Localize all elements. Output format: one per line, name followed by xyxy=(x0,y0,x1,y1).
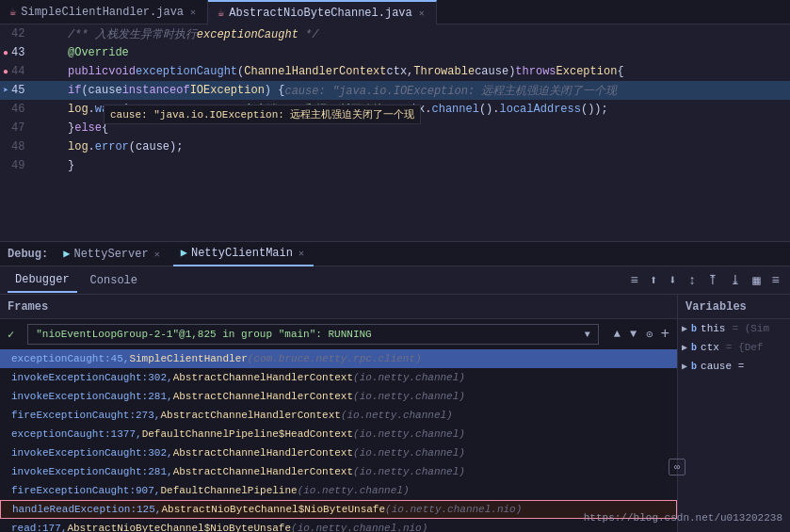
linenum-42: 42 xyxy=(11,24,32,43)
frame-item-4[interactable]: exceptionCaught:1377, DefaultChannelPipe… xyxy=(0,425,677,443)
console-tab-label: Console xyxy=(90,274,137,287)
variable-cause[interactable]: ▶ b cause = xyxy=(678,357,790,376)
debug-session-nettyserver[interactable]: ▶ NettyServer ✕ xyxy=(56,242,169,266)
toolbar-btn-step-out[interactable]: ⤓ xyxy=(727,270,744,290)
code-content: /** 入栈发生异常时执行exceptionCaught */ @Overrid… xyxy=(64,24,790,241)
infinity-btn[interactable]: ∞ xyxy=(669,459,678,476)
session-label-2: NettyClientMain xyxy=(191,247,293,260)
tab-console[interactable]: Console xyxy=(83,268,145,293)
variable-this[interactable]: ▶ b this = (Sim xyxy=(678,319,790,338)
tab-java-icon-1: ☕ xyxy=(9,5,16,19)
debug-session-bar: Debug: ▶ NettyServer ✕ ▶ NettyClientMain… xyxy=(0,242,790,266)
toolbar-btn-list[interactable]: ≡ xyxy=(769,271,782,290)
watermark: https://blog.csdn.net/u013202238 xyxy=(678,511,782,524)
tab-bar: ☕ SimpleClientHandler.java ✕ ☕ AbstractN… xyxy=(0,0,790,24)
thread-selector-row: ✓ "nioEventLoopGroup-2-1"@1,825 in group… xyxy=(0,319,677,349)
toolbar-btn-down[interactable]: ⬇ xyxy=(666,270,679,290)
thread-dropdown-arrow: ▼ xyxy=(585,330,590,340)
session-close-1[interactable]: ✕ xyxy=(153,249,162,260)
session-icon-2: ▶ xyxy=(181,246,187,260)
breakpoint-44[interactable]: ● xyxy=(3,67,8,77)
frame-class-3: AbstractChannelHandlerContext xyxy=(160,410,340,421)
tab-close-1[interactable]: ✕ xyxy=(188,7,198,18)
frame-method-6: invokeExceptionCaught:281, xyxy=(11,466,173,477)
frame-package-5: (io.netty.channel) xyxy=(353,447,465,459)
var-expand-this[interactable]: ▶ xyxy=(682,323,687,334)
var-expand-cause[interactable]: ▶ xyxy=(682,361,687,372)
frame-class-1: AbstractChannelHandlerContext xyxy=(173,372,353,383)
frame-class-4: DefaultChannelPipeline$HeadContext xyxy=(142,428,353,440)
debug-tooltip: cause: "java.io.IOException: 远程主机强迫关闭了一个… xyxy=(104,105,421,124)
frame-method-0: exceptionCaught:45, xyxy=(11,353,129,364)
debugger-tab-label: Debugger xyxy=(15,273,70,286)
linenum-44: 44 xyxy=(11,62,32,81)
frame-item-8[interactable]: handleReadException:125, AbstractNioByte… xyxy=(0,500,677,519)
frame-item-5[interactable]: invokeExceptionCaught:302, AbstractChann… xyxy=(0,443,677,462)
debug-panel: Debug: ▶ NettyServer ✕ ▶ NettyClientMain… xyxy=(0,241,790,532)
frame-method-1: invokeExceptionCaught:302, xyxy=(11,372,173,383)
tab-abstract-nio[interactable]: ☕ AbstractNioByteChannel.java ✕ xyxy=(208,0,437,24)
frame-method-7: fireExceptionCaught:907, xyxy=(11,485,160,496)
frame-method-8: handleReadException:125, xyxy=(12,504,161,515)
frame-method-9: read:177, xyxy=(11,523,67,532)
frame-package-6: (io.netty.channel) xyxy=(353,466,465,477)
toolbar-btn-step-in[interactable]: ⤒ xyxy=(704,270,721,290)
var-type-cause: b xyxy=(691,362,697,372)
var-name-ctx: ctx xyxy=(701,342,719,353)
toolbar-btn-reset[interactable]: ↕ xyxy=(685,271,699,290)
breakpoint-43[interactable]: ● xyxy=(3,48,8,58)
code-line-43: @Override xyxy=(64,43,790,62)
var-expand-ctx[interactable]: ▶ xyxy=(682,342,687,353)
toolbar-btn-menu[interactable]: ≡ xyxy=(627,271,640,290)
frame-class-9: AbstractNioByteChannel$NioByteUnsafe xyxy=(67,523,291,532)
frame-item-1[interactable]: invokeExceptionCaught:302, AbstractChann… xyxy=(0,368,677,387)
tab-debugger[interactable]: Debugger xyxy=(8,268,77,293)
code-line-42: /** 入栈发生异常时执行exceptionCaught */ xyxy=(64,24,790,43)
frame-item-0[interactable]: exceptionCaught:45, SimpleClientHandler … xyxy=(0,349,677,368)
frames-panel: Frames ✓ "nioEventLoopGroup-2-1"@1,825 i… xyxy=(0,295,678,532)
code-line-44: public void exceptionCaught ( ChannelHan… xyxy=(64,62,790,81)
indicator-42 xyxy=(0,24,11,43)
session-label-1: NettyServer xyxy=(73,248,148,261)
linenum-49: 49 xyxy=(11,156,32,175)
tab-close-2[interactable]: ✕ xyxy=(417,8,427,19)
thread-name: "nioEventLoopGroup-2-1"@1,825 in group "… xyxy=(36,329,581,340)
frame-package-9: (io.netty.channel.nio) xyxy=(291,523,427,532)
indicator-49 xyxy=(0,156,11,175)
variables-title: Variables xyxy=(685,300,747,314)
linenum-45: 45 xyxy=(11,81,32,100)
variable-ctx[interactable]: ▶ b ctx = {Def xyxy=(678,338,790,357)
frame-method-3: fireExceptionCaught:273, xyxy=(11,410,160,421)
thread-filter[interactable]: ⊙ xyxy=(644,326,654,344)
debug-session-nettyclientmain[interactable]: ▶ NettyClientMain ✕ xyxy=(173,242,314,266)
tab-label-2: AbstractNioByteChannel.java xyxy=(229,7,411,20)
session-close-2[interactable]: ✕ xyxy=(297,248,306,259)
frame-item-3[interactable]: fireExceptionCaught:273, AbstractChannel… xyxy=(0,406,677,425)
thread-dropdown[interactable]: "nioEventLoopGroup-2-1"@1,825 in group "… xyxy=(27,324,599,345)
var-name-this: this xyxy=(701,323,725,334)
frame-item-6[interactable]: invokeExceptionCaught:281, AbstractChann… xyxy=(0,462,677,481)
add-frame-btn[interactable]: + xyxy=(660,326,669,343)
frame-class-7: DefaultChannelPipeline xyxy=(160,485,297,496)
toolbar-btn-grid[interactable]: ▦ xyxy=(750,270,763,290)
frame-method-4: exceptionCaught:1377, xyxy=(11,428,142,440)
linenum-46: 46 xyxy=(11,100,32,119)
tab-java-icon-2: ☕ xyxy=(218,6,224,20)
current-line-arrow: ➤ xyxy=(3,85,8,96)
frame-package-3: (io.netty.channel) xyxy=(341,410,453,421)
toolbar-btn-up[interactable]: ⬆ xyxy=(647,270,660,290)
frames-list: exceptionCaught:45, SimpleClientHandler … xyxy=(0,349,677,532)
linenum-48: 48 xyxy=(11,137,32,156)
thread-nav-down[interactable]: ▼ xyxy=(628,326,638,343)
var-name-cause: cause = xyxy=(701,361,744,372)
frame-package-1: (io.netty.channel) xyxy=(353,372,465,383)
frame-item-2[interactable]: invokeExceptionCaught:281, AbstractChann… xyxy=(0,387,677,406)
debug-label: Debug: xyxy=(8,248,48,261)
variables-panel: Variables ▶ b this = (Sim ▶ b ctx = {Def… xyxy=(678,295,790,532)
thread-nav-up[interactable]: ▲ xyxy=(612,326,622,343)
frame-item-7[interactable]: fireExceptionCaught:907, DefaultChannelP… xyxy=(0,481,677,500)
code-line-45: if (cause instanceof IOException ) { cau… xyxy=(64,81,790,100)
frame-item-9[interactable]: read:177, AbstractNioByteChannel$NioByte… xyxy=(0,519,677,532)
tab-simple-client-handler[interactable]: ☕ SimpleClientHandler.java ✕ xyxy=(0,0,208,24)
session-icon-1: ▶ xyxy=(63,247,70,261)
